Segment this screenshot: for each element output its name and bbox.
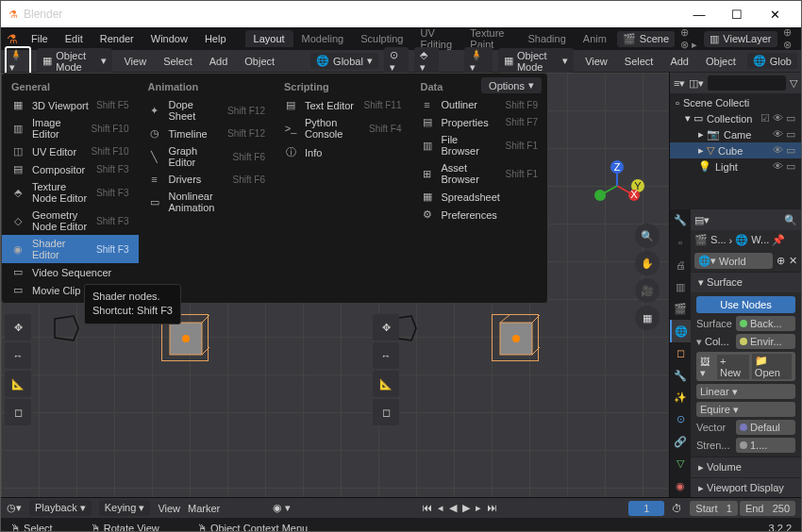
camera-view-button[interactable]: 🎥 <box>635 278 660 303</box>
breadcrumb-scene[interactable]: 🎬 S... <box>694 234 727 246</box>
dropdown-item-nonlinear-animation[interactable]: ▭Nonlinear Animation <box>139 188 276 216</box>
outliner-scene[interactable]: ▫Scene Collecti <box>670 95 801 110</box>
viewport-gizmo[interactable]: Z Y X <box>589 158 645 214</box>
dropdown-item-python-console[interactable]: >_Python ConsoleShift F4 <box>275 114 411 142</box>
jump-end-button[interactable]: ⏭ <box>485 500 499 516</box>
panel-surface[interactable]: ▾ Surface <box>691 273 801 292</box>
tool-add-cube[interactable]: ◻ <box>5 399 31 425</box>
prop-tab-material[interactable]: ◉ <box>670 475 691 497</box>
filter-button[interactable]: ▽ <box>790 77 797 90</box>
prop-tab-physics[interactable]: ⊙ <box>670 408 691 430</box>
cube-object-right[interactable] <box>492 314 539 361</box>
dropdown-item-preferences[interactable]: ⚙Preferences <box>411 206 548 224</box>
menu-add-right[interactable]: Add <box>664 54 694 69</box>
props-editor-icon[interactable]: ▤▾ <box>694 214 710 226</box>
pin-icon[interactable]: 📌 <box>772 234 785 246</box>
start-frame[interactable]: Start 1 <box>690 501 738 516</box>
next-key-button[interactable]: ▸ <box>474 500 483 516</box>
dropdown-item-properties[interactable]: ▤PropertiesShift F7 <box>411 113 548 131</box>
dropdown-item-image-editor[interactable]: ▥Image EditorShift F10 <box>2 114 139 142</box>
prop-tab-modifiers[interactable]: 🔧 <box>670 364 691 386</box>
dropdown-item-text-editor[interactable]: ▤Text EditorShift F11 <box>275 96 411 114</box>
menu-help[interactable]: Help <box>197 30 234 47</box>
dropdown-item-asset-browser[interactable]: ⊞Asset BrowserShift F1 <box>411 159 548 188</box>
camera-object-left[interactable] <box>50 314 88 342</box>
menu-file[interactable]: File <box>24 30 56 47</box>
unlink-world-button[interactable]: ✕ <box>789 255 797 267</box>
menu-view-right[interactable]: View <box>579 54 613 69</box>
prop-tab-constraints[interactable]: 🔗 <box>670 431 691 453</box>
field-surface[interactable]: Back... <box>736 316 795 331</box>
viewlayer-buttons[interactable]: ⊕ ⊗ <box>783 26 795 51</box>
breadcrumb-world[interactable]: 🌐 W... <box>735 234 769 246</box>
field-vector[interactable]: Defaul <box>736 420 795 435</box>
panel-volume[interactable]: ▸ Volume <box>691 457 801 477</box>
dropdown-item-info[interactable]: ⓘInfo <box>275 142 411 162</box>
timeline-view[interactable]: View <box>158 503 180 514</box>
prop-tab-render[interactable]: ▫ <box>670 231 691 253</box>
field-color[interactable]: Envir... <box>736 334 795 349</box>
prop-tab-world[interactable]: 🌐 <box>670 320 691 341</box>
prop-tab-particles[interactable]: ✨ <box>670 387 691 408</box>
props-search[interactable]: 🔍 <box>784 214 797 226</box>
dropdown-options[interactable]: Options ▾ <box>481 77 542 93</box>
tool-move-r[interactable]: ↔ <box>373 342 399 369</box>
timeline-keying[interactable]: Keying ▾ <box>99 500 151 516</box>
tool-cursor[interactable]: ✥ <box>5 314 31 341</box>
dropdown-item-texture-node-editor[interactable]: ⬘Texture Node EditorShift F3 <box>2 178 139 207</box>
outliner-cube[interactable]: ▸ ▽Cube👁 ▭ <box>670 142 801 158</box>
viewlayer-selector[interactable]: ▥ ViewLayer <box>704 31 777 47</box>
orientation-select[interactable]: 🌐 Global ▾ <box>310 53 378 69</box>
prop-tab-viewlayer[interactable]: ▥ <box>670 275 691 297</box>
play-rev-button[interactable]: ◀ <box>447 500 459 516</box>
autokey-button[interactable]: ◉ ▾ <box>273 502 291 514</box>
dropdown-item-3d-viewport[interactable]: ▦3D ViewportShift F5 <box>2 96 139 114</box>
tool-cursor-r[interactable]: ✥ <box>373 314 399 341</box>
snap-select[interactable]: ⬘ ▾ <box>414 47 438 75</box>
menu-window[interactable]: Window <box>143 30 195 47</box>
world-datablock[interactable]: 🌐▾ World <box>694 253 773 269</box>
maximize-button[interactable]: ☐ <box>718 8 756 22</box>
menu-select-left[interactable]: Select <box>158 54 198 69</box>
tab-modeling[interactable]: Modeling <box>293 30 353 47</box>
editor-type-button-right[interactable]: 🧍 ▾ <box>464 47 493 75</box>
pivot-select[interactable]: ⊙ ▾ <box>384 47 409 75</box>
menu-select-right[interactable]: Select <box>619 54 660 69</box>
current-frame[interactable]: 1 <box>628 501 664 516</box>
dropdown-item-timeline[interactable]: ◷TimelineShift F12 <box>139 125 276 142</box>
use-nodes-button[interactable]: Use Nodes <box>696 296 795 313</box>
prop-tab-object[interactable]: ◻ <box>670 342 691 364</box>
3d-viewport[interactable]: Options ▾ General ▦3D ViewportShift F5▥I… <box>1 73 801 497</box>
dropdown-item-drivers[interactable]: ≡DriversShift F6 <box>139 171 276 188</box>
prev-key-button[interactable]: ◂ <box>436 500 445 516</box>
timeline-playback[interactable]: Playback ▾ <box>29 500 92 516</box>
tab-sculpting[interactable]: Sculpting <box>352 30 411 47</box>
scene-selector[interactable]: 🎬 Scene <box>617 31 675 47</box>
mode-select-right[interactable]: ▦ Object Mode ▾ <box>498 48 574 75</box>
timeline-marker[interactable]: Marker <box>188 503 220 514</box>
clock-icon[interactable]: ⏱ <box>672 503 682 514</box>
tool-measure-r[interactable]: 📐 <box>373 371 399 397</box>
mode-select-left[interactable]: ▦ Object Mode ▾ <box>37 48 112 75</box>
tab-layout[interactable]: Layout <box>245 30 293 47</box>
field-equire[interactable]: Equire ▾ <box>696 402 795 417</box>
prop-tab-output[interactable]: 🖨 <box>670 254 691 275</box>
outliner-light[interactable]: 💡Light👁 ▭ <box>670 158 801 175</box>
menu-render[interactable]: Render <box>92 30 142 47</box>
end-frame[interactable]: End 250 <box>740 501 795 516</box>
tool-measure[interactable]: 📐 <box>5 371 31 397</box>
perspective-button[interactable]: ▦ <box>635 306 660 330</box>
menu-object-left[interactable]: Object <box>239 54 280 69</box>
dropdown-item-file-browser[interactable]: ▥File BrowserShift F1 <box>411 131 548 159</box>
menu-edit[interactable]: Edit <box>58 30 91 47</box>
jump-start-button[interactable]: ⏮ <box>420 500 434 516</box>
prop-tab-data[interactable]: ▽ <box>670 453 691 474</box>
play-button[interactable]: ▶ <box>460 500 472 516</box>
scene-buttons[interactable]: ⊕ ⊗ ▸ <box>680 26 698 51</box>
orientation-select-right[interactable]: 🌐 Glob <box>747 53 797 69</box>
field-strength[interactable]: 1.... <box>736 438 795 453</box>
dropdown-item-dope-sheet[interactable]: ✦Dope SheetShift F12 <box>139 96 276 125</box>
outliner-type-icon[interactable]: ≡▾ <box>674 77 685 90</box>
outliner-collection[interactable]: ▾ ▭Collection☑ 👁 ▭ <box>670 110 801 126</box>
panel-viewport-display[interactable]: ▸ Viewport Display <box>691 478 801 497</box>
